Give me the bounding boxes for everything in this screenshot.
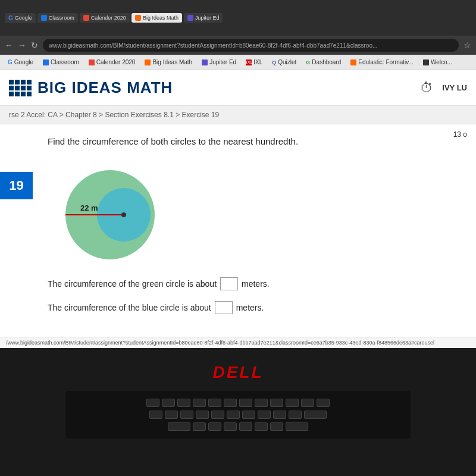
bk-classroom-label: Classroom bbox=[51, 59, 79, 65]
breadcrumb-text: rse 2 Accel: CA > Chapter 8 > Section Ex… bbox=[9, 111, 219, 119]
bk-google-label: Google bbox=[14, 59, 33, 65]
diagram-area: 22 m bbox=[54, 158, 458, 262]
dell-logo: DELL bbox=[212, 363, 263, 382]
tab-classroom-label: Classroom bbox=[49, 15, 74, 21]
tab-bim[interactable]: Big Ideas Math bbox=[131, 13, 182, 23]
bk-calendar-label: Calender 2020 bbox=[96, 59, 136, 65]
bk-dashboard-label: Dashboard bbox=[312, 59, 341, 65]
key bbox=[208, 422, 221, 431]
bookmark-bim[interactable]: Big Ideas Math bbox=[142, 58, 195, 67]
bim-logo: BIG IDEAS MATH bbox=[9, 79, 173, 97]
key bbox=[196, 411, 209, 419]
bk-dashboard-icon: G bbox=[306, 60, 310, 65]
bookmark-quizlet[interactable]: Q Quizlet bbox=[269, 58, 299, 67]
google-icon: G bbox=[8, 15, 13, 21]
key bbox=[224, 422, 237, 431]
key bbox=[286, 399, 299, 407]
key-wide bbox=[304, 411, 327, 419]
key bbox=[270, 422, 283, 431]
bookmark-jupiter[interactable]: Jupiter Ed bbox=[199, 58, 239, 67]
green-circle-unit: meters. bbox=[242, 279, 270, 289]
bk-welco-icon bbox=[423, 60, 429, 65]
bookmark-google[interactable]: G Google bbox=[5, 58, 36, 67]
grid-cell bbox=[9, 86, 14, 90]
grid-cell bbox=[15, 86, 20, 90]
address-bar[interactable]: www.bigideasmath.com/BIM/student/assignm… bbox=[43, 39, 459, 52]
bim-grid-icon bbox=[9, 80, 32, 96]
nav-refresh[interactable]: ↻ bbox=[31, 40, 38, 50]
grid-cell bbox=[27, 92, 32, 96]
address-text: www.bigideasmath.com/BIM/student/assignm… bbox=[49, 42, 377, 49]
calendar-icon bbox=[83, 15, 89, 21]
bookmark-classroom[interactable]: Classroom bbox=[40, 58, 82, 67]
breadcrumb: rse 2 Accel: CA > Chapter 8 > Section Ex… bbox=[0, 106, 476, 124]
classroom-icon bbox=[41, 15, 47, 21]
grid-cell bbox=[15, 92, 20, 96]
blue-circle-input[interactable] bbox=[215, 301, 233, 314]
key bbox=[146, 399, 159, 407]
nav-back[interactable]: ← bbox=[5, 40, 13, 50]
key bbox=[270, 399, 283, 407]
center-dot bbox=[121, 212, 126, 217]
bk-bim-label: Big Ideas Math bbox=[152, 59, 192, 65]
key bbox=[242, 411, 255, 419]
measurement-label: 22 m bbox=[80, 203, 98, 212]
grid-cell bbox=[9, 92, 14, 96]
keyboard-row-2 bbox=[149, 411, 327, 419]
key bbox=[224, 399, 237, 407]
bim-title: BIG IDEAS MATH bbox=[37, 79, 173, 97]
bookmark-edulastic[interactable]: Edulastic: Formativ... bbox=[347, 58, 416, 67]
bim-tab-icon bbox=[135, 15, 141, 21]
grid-cell bbox=[15, 80, 20, 84]
tab-classroom[interactable]: Classroom bbox=[37, 13, 78, 23]
key bbox=[273, 411, 286, 419]
bk-welco-label: Welco... bbox=[431, 59, 452, 65]
bookmark-welco[interactable]: Welco... bbox=[420, 58, 455, 67]
bk-edulastic-icon bbox=[350, 60, 356, 65]
keyboard-row-3 bbox=[168, 422, 308, 431]
key bbox=[258, 411, 271, 419]
star-icon[interactable]: ☆ bbox=[464, 40, 471, 50]
key bbox=[227, 411, 240, 419]
green-circle-input[interactable] bbox=[220, 277, 238, 290]
bk-google-icon: G bbox=[8, 59, 12, 65]
tab-jupiter[interactable]: Jupiter Ed bbox=[184, 13, 223, 23]
tab-google[interactable]: G Google bbox=[5, 13, 36, 23]
key bbox=[180, 411, 193, 419]
tab-calendar-label: Calender 2020 bbox=[91, 15, 126, 21]
bookmark-ixl[interactable]: IXL IXL bbox=[243, 58, 265, 67]
bk-jupiter-label: Jupiter Ed bbox=[209, 59, 236, 65]
key bbox=[165, 411, 178, 419]
tab-jupiter-label: Jupiter Ed bbox=[195, 15, 220, 21]
page-indicator: 13 o bbox=[453, 130, 467, 139]
bk-jupiter-icon bbox=[202, 60, 208, 65]
key bbox=[149, 411, 162, 419]
keyboard-area bbox=[65, 391, 411, 439]
key bbox=[289, 411, 302, 419]
bk-classroom-icon bbox=[43, 60, 49, 65]
key bbox=[177, 399, 190, 407]
bookmark-dashboard[interactable]: G Dashboard bbox=[303, 58, 344, 67]
laptop-body: DELL bbox=[0, 348, 476, 476]
tab-bar: G Google Classroom Calender 2020 Big Ide… bbox=[5, 13, 223, 23]
bk-ixl-label: IXL bbox=[253, 59, 262, 65]
key bbox=[317, 399, 330, 407]
key bbox=[193, 422, 206, 431]
jupiter-icon bbox=[187, 15, 193, 21]
grid-cell bbox=[27, 80, 32, 84]
main-content: 13 o 19 Find the circumference of both c… bbox=[0, 124, 476, 337]
bookmark-calendar[interactable]: Calender 2020 bbox=[86, 58, 139, 67]
bk-ixl-icon: IXL bbox=[246, 60, 252, 65]
address-bar-row: ← → ↻ www.bigideasmath.com/BIM/student/a… bbox=[0, 36, 476, 55]
green-circle-text: The circumference of the green circle is… bbox=[48, 279, 217, 289]
header-right: ⏱ IVY LU bbox=[420, 80, 467, 96]
nav-forward[interactable]: → bbox=[18, 40, 26, 50]
key bbox=[301, 399, 314, 407]
grid-cell bbox=[9, 80, 14, 84]
key bbox=[239, 399, 252, 407]
question-text: Find the circumference of both circles t… bbox=[48, 136, 458, 146]
key bbox=[239, 422, 252, 431]
bk-calendar-icon bbox=[89, 60, 95, 65]
tab-calendar[interactable]: Calender 2020 bbox=[80, 13, 130, 23]
bk-quizlet-label: Quizlet bbox=[278, 59, 296, 65]
